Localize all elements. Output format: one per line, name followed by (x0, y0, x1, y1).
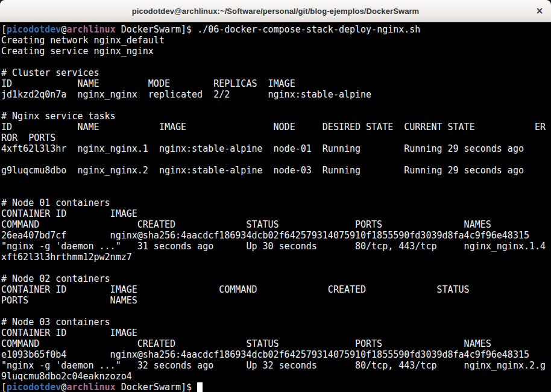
terminal-line: # Node 03 containers (1, 317, 551, 328)
terminal-line (1, 187, 551, 198)
terminal-line (1, 57, 551, 67)
terminal-line: [picodotdev@archlinux DockerSwarm]$ (1, 382, 551, 392)
terminal-line (1, 263, 551, 273)
terminal-line: e1093b65f0b4 nginx@sha256:4aacdcf186934d… (1, 349, 551, 360)
terminal-line (1, 100, 551, 111)
terminal-line: 9luqcmu8dbo2c04eaknzozo4 (1, 371, 551, 382)
terminal-line: CONTAINER ID IMAGE (1, 328, 551, 338)
terminal-line: # Node 02 containers (1, 273, 551, 284)
terminal-cursor (197, 382, 203, 392)
close-icon: × (536, 5, 544, 16)
terminal-line: # Node 01 containers (1, 198, 551, 208)
terminal-line: 4xft62l3l3hr nginx_nginx.1 nginx:stable-… (1, 143, 551, 154)
terminal-line: COMMAND CREATED STATUS PORTS NAMES (1, 338, 551, 349)
terminal-line: ID NAME MODE REPLICAS IMAGE (1, 78, 551, 89)
terminal-line: Creating service nginx_nginx (1, 46, 551, 57)
terminal-line: [picodotdev@archlinux DockerSwarm]$ ./06… (1, 24, 551, 35)
terminal-window: picodotdev@archlinux:~/Software/personal… (0, 0, 551, 392)
terminal-line: PORTS NAMES (1, 295, 551, 306)
window-title: picodotdev@archlinux:~/Software/personal… (132, 7, 420, 16)
terminal-line: # Cluster services (1, 67, 551, 78)
terminal-line: ID NAME IMAGE NODE DESIRED STATE CURRENT… (1, 122, 551, 132)
terminal-line: 26ea407bd7cf nginx@sha256:4aacdcf186934d… (1, 230, 551, 241)
terminal-line: xft62l3l3hrthmm12pw2nmz7 (1, 252, 551, 263)
terminal-screen[interactable]: [picodotdev@archlinux DockerSwarm]$ ./06… (0, 22, 551, 392)
terminal-line: COMMAND CREATED STATUS PORTS NAMES (1, 219, 551, 230)
terminal-output: [picodotdev@archlinux DockerSwarm]$ ./06… (1, 24, 551, 392)
titlebar[interactable]: picodotdev@archlinux:~/Software/personal… (0, 0, 551, 22)
terminal-line: CONTAINER ID IMAGE COMMAND CREATED STATU… (1, 284, 551, 295)
terminal-line: CONTAINER ID IMAGE (1, 208, 551, 219)
close-button[interactable]: × (531, 2, 548, 19)
terminal-line: ROR PORTS (1, 132, 551, 143)
terminal-line: Creating network nginx_default (1, 35, 551, 46)
terminal-line: "nginx -g 'daemon ..." 31 seconds ago Up… (1, 241, 551, 252)
terminal-line: "nginx -g 'daemon ..." 32 seconds ago Up… (1, 360, 551, 371)
terminal-line: jd1kzd2q0n7a nginx_nginx replicated 2/2 … (1, 89, 551, 100)
terminal-line: g9luqcmu8dbo nginx_nginx.2 nginx:stable-… (1, 165, 551, 176)
terminal-line: # Nginx service tasks (1, 111, 551, 122)
terminal-line (1, 176, 551, 187)
terminal-line (1, 306, 551, 317)
terminal-line (1, 154, 551, 165)
